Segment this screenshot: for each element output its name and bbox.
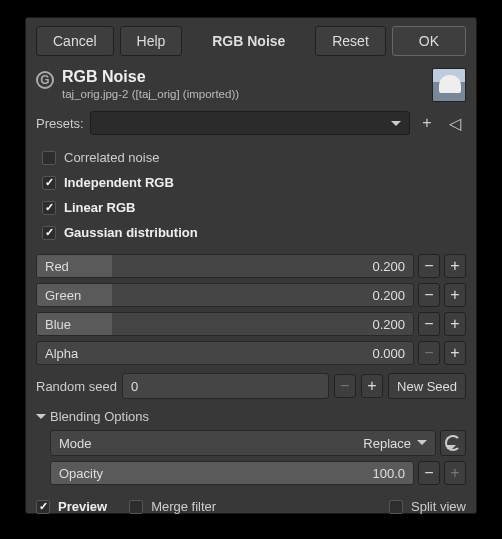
mode-value: Replace: [363, 436, 411, 451]
merge-filter-checkbox[interactable]: [129, 500, 143, 514]
opacity-label: Opacity: [51, 466, 103, 481]
dialog-title-label: RGB Noise: [195, 26, 302, 56]
red-decrement-button[interactable]: [418, 254, 440, 278]
red-slider[interactable]: Red 0.200: [36, 254, 414, 278]
gaussian-label: Gaussian distribution: [64, 225, 198, 240]
green-slider[interactable]: Green 0.200: [36, 283, 414, 307]
chevron-down-icon: [417, 440, 427, 450]
presets-dropdown[interactable]: [90, 111, 410, 135]
gegl-icon: G: [36, 71, 54, 89]
blue-value: 0.200: [372, 317, 413, 332]
image-name: taj_orig.jpg-2 ([taj_orig] (imported)): [62, 88, 424, 100]
green-value: 0.200: [372, 288, 413, 303]
blending-options-body: Mode Replace Opacity 100.0: [36, 430, 466, 485]
rgb-noise-dialog: Cancel Help RGB Noise Reset OK G RGB Noi…: [25, 17, 477, 514]
alpha-slider-row: Alpha 0.000: [36, 341, 466, 365]
presets-row: Presets: + ◁: [36, 110, 466, 136]
green-label: Green: [37, 288, 81, 303]
blue-label: Blue: [37, 317, 71, 332]
manage-presets-button[interactable]: ◁: [444, 112, 466, 134]
add-preset-button[interactable]: +: [416, 112, 438, 134]
alpha-slider[interactable]: Alpha 0.000: [36, 341, 414, 365]
seed-decrement-button[interactable]: [334, 374, 356, 398]
gaussian-checkbox[interactable]: [42, 226, 56, 240]
opacity-slider[interactable]: Opacity 100.0: [50, 461, 414, 485]
alpha-value: 0.000: [372, 346, 413, 361]
red-label: Red: [37, 259, 69, 274]
correlated-noise-checkbox[interactable]: [42, 151, 56, 165]
green-slider-row: Green 0.200: [36, 283, 466, 307]
preview-checkbox[interactable]: [36, 500, 50, 514]
random-seed-row: Random seed 0 New Seed: [36, 373, 466, 399]
image-thumbnail[interactable]: [432, 68, 466, 102]
mode-dropdown[interactable]: Mode Replace: [50, 430, 436, 456]
independent-rgb-checkbox[interactable]: [42, 176, 56, 190]
help-button[interactable]: Help: [120, 26, 183, 56]
split-view-checkbox[interactable]: [389, 500, 403, 514]
blending-options-label: Blending Options: [50, 409, 149, 424]
mode-reset-button[interactable]: [440, 430, 466, 456]
random-seed-value: 0: [131, 379, 138, 394]
bottom-options-row: Preview Merge filter Split view: [36, 499, 466, 514]
alpha-decrement-button[interactable]: [418, 341, 440, 365]
correlated-noise-row[interactable]: Correlated noise: [36, 147, 466, 168]
mode-row: Mode Replace: [50, 430, 466, 456]
expander-icon: [36, 414, 46, 424]
ok-button[interactable]: OK: [392, 26, 466, 56]
blue-increment-button[interactable]: [444, 312, 466, 336]
alpha-label: Alpha: [37, 346, 78, 361]
blue-slider-row: Blue 0.200: [36, 312, 466, 336]
cancel-button[interactable]: Cancel: [36, 26, 114, 56]
alpha-increment-button[interactable]: [444, 341, 466, 365]
independent-rgb-row[interactable]: Independent RGB: [36, 172, 466, 193]
random-seed-input[interactable]: 0: [122, 373, 329, 399]
presets-label: Presets:: [36, 116, 84, 131]
independent-rgb-label: Independent RGB: [64, 175, 174, 190]
filter-name: RGB Noise: [62, 68, 424, 86]
reset-button[interactable]: Reset: [315, 26, 386, 56]
preview-label: Preview: [58, 499, 107, 514]
red-value: 0.200: [372, 259, 413, 274]
opacity-slider-row: Opacity 100.0: [50, 461, 466, 485]
new-seed-button[interactable]: New Seed: [388, 373, 466, 399]
linear-rgb-checkbox[interactable]: [42, 201, 56, 215]
linear-rgb-label: Linear RGB: [64, 200, 136, 215]
linear-rgb-row[interactable]: Linear RGB: [36, 197, 466, 218]
green-decrement-button[interactable]: [418, 283, 440, 307]
dialog-header: G RGB Noise taj_orig.jpg-2 ([taj_orig] (…: [26, 64, 476, 108]
red-slider-row: Red 0.200: [36, 254, 466, 278]
blue-decrement-button[interactable]: [418, 312, 440, 336]
opacity-increment-button[interactable]: [444, 461, 466, 485]
split-view-label: Split view: [411, 499, 466, 514]
correlated-noise-label: Correlated noise: [64, 150, 159, 165]
gaussian-row[interactable]: Gaussian distribution: [36, 222, 466, 243]
random-seed-label: Random seed: [36, 379, 117, 394]
mode-label: Mode: [59, 436, 92, 451]
opacity-decrement-button[interactable]: [418, 461, 440, 485]
opacity-value: 100.0: [372, 466, 413, 481]
dialog-button-bar: Cancel Help RGB Noise Reset OK: [26, 18, 476, 64]
green-increment-button[interactable]: [444, 283, 466, 307]
red-increment-button[interactable]: [444, 254, 466, 278]
blue-slider[interactable]: Blue 0.200: [36, 312, 414, 336]
seed-increment-button[interactable]: [361, 374, 383, 398]
blending-options-header[interactable]: Blending Options: [36, 409, 466, 424]
merge-filter-label: Merge filter: [151, 499, 216, 514]
